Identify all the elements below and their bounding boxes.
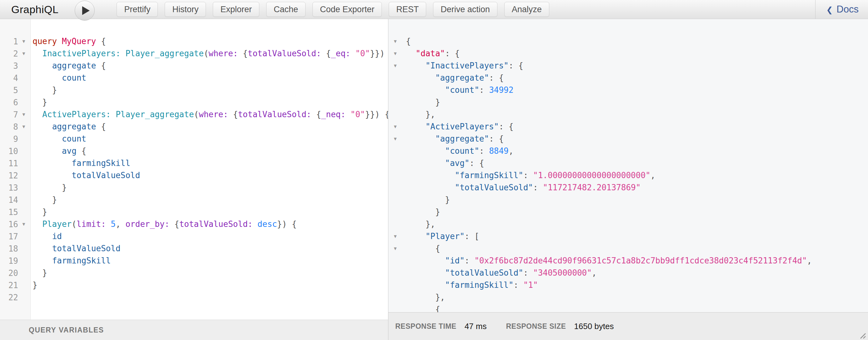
fold-toggle-icon[interactable]: ▾ [389, 121, 402, 133]
query-code-line[interactable]: totalValueSold [32, 243, 388, 255]
explorer-button[interactable]: Explorer [213, 2, 259, 17]
fold-toggle-icon[interactable]: ▾ [389, 243, 402, 255]
line-number: 12 [0, 171, 18, 180]
fold-toggle-icon[interactable]: ▾ [389, 60, 402, 72]
docs-link[interactable]: ❮ Docs [815, 0, 868, 19]
query-code-line[interactable]: count [32, 72, 388, 84]
query-code-line[interactable]: } [32, 206, 388, 218]
line-number: 20 [0, 269, 18, 278]
gutter-row [389, 206, 406, 218]
docs-label: Docs [836, 4, 859, 15]
graphiql-app: GraphiQL Prettify History Explorer Cache… [0, 0, 868, 340]
gutter-row [389, 218, 406, 230]
analyze-button[interactable]: Analyze [504, 2, 549, 17]
query-code-line[interactable]: } [32, 279, 388, 291]
query-code-line[interactable]: totalValueSold [32, 169, 388, 182]
query-code-line[interactable]: query MyQuery { [32, 35, 388, 48]
response-code-line: "id": "0x2f6bc87d2de44cd90f96631c57c1a8b… [406, 255, 868, 267]
code-exporter-button[interactable]: Code Exporter [312, 2, 382, 17]
fold-toggle-icon[interactable]: ▾ [18, 48, 29, 60]
gutter-row: 12 [0, 169, 30, 182]
gutter-row: 11 [0, 157, 30, 169]
resize-handle-icon[interactable] [857, 330, 866, 339]
fold-toggle-icon[interactable]: ▾ [389, 48, 402, 60]
gutter-row [389, 182, 406, 194]
response-code-line: } [406, 96, 868, 109]
play-icon [82, 6, 90, 15]
fold-toggle-icon[interactable]: ▾ [389, 35, 402, 48]
query-code-line[interactable]: } [32, 84, 388, 96]
query-code-line[interactable]: aggregate { [32, 121, 388, 133]
cache-button[interactable]: Cache [266, 2, 306, 17]
gutter-row [389, 169, 406, 182]
gutter-row: 17 [0, 230, 30, 243]
response-pane: ▾▾▾▾▾▾▾ { "data": { "InactivePlayers": {… [389, 19, 868, 340]
gutter-row: 14 [0, 194, 30, 206]
query-code-line[interactable]: Player(limit: 5, order_by: {totalValueSo… [32, 218, 388, 230]
line-number: 18 [0, 244, 18, 253]
query-code-line[interactable]: } [32, 194, 388, 206]
fold-toggle-icon[interactable]: ▾ [389, 133, 402, 145]
fold-toggle-icon[interactable]: ▾ [389, 230, 402, 243]
execute-query-button[interactable] [75, 1, 95, 21]
response-viewer: ▾▾▾▾▾▾▾ { "data": { "InactivePlayers": {… [389, 19, 868, 312]
response-time-value: 47 ms [465, 321, 487, 331]
line-number-gutter: 1▾2▾34567▾8▾910111213141516▾171819202122 [0, 19, 31, 320]
query-code-line[interactable]: } [32, 96, 388, 109]
response-stats-footer: RESPONSE TIME 47 ms RESPONSE SIZE 1650 b… [389, 312, 868, 340]
history-button[interactable]: History [165, 2, 206, 17]
gutter-row [389, 279, 406, 291]
query-code-line[interactable]: } [32, 182, 388, 194]
query-code-line[interactable]: ActivePlayers: Player_aggregate(where: {… [32, 109, 388, 121]
query-editor[interactable]: 1▾2▾34567▾8▾910111213141516▾171819202122… [0, 19, 388, 320]
gutter-row: 16▾ [0, 218, 30, 230]
response-code-line: "count": 34992 [406, 84, 868, 96]
gutter-row: 2▾ [0, 48, 30, 60]
response-code-line: "totalValueSold": "3405000000", [406, 267, 868, 279]
gutter-row: 22 [0, 291, 30, 303]
query-editor-pane: 1▾2▾34567▾8▾910111213141516▾171819202122… [0, 19, 389, 340]
response-code-line: }, [406, 291, 868, 303]
fold-toggle-icon[interactable]: ▾ [18, 35, 29, 48]
line-number: 21 [0, 281, 18, 290]
gutter-row: ▾ [389, 121, 406, 133]
query-code-line[interactable] [32, 291, 388, 303]
query-code-line[interactable]: farmingSkill [32, 157, 388, 169]
gutter-row [389, 96, 406, 109]
line-number: 10 [0, 147, 18, 156]
query-code-line[interactable]: avg { [32, 145, 388, 157]
line-number: 22 [0, 293, 18, 302]
response-code-line: { [406, 303, 868, 312]
query-code-line[interactable]: farmingSkill [32, 255, 388, 267]
response-code: { "data": { "InactivePlayers": { "aggreg… [406, 19, 868, 312]
gutter-row: 10 [0, 145, 30, 157]
query-code[interactable]: query MyQuery { InactivePlayers: Player_… [31, 19, 388, 320]
prettify-button[interactable]: Prettify [117, 2, 158, 17]
toolbar: GraphiQL Prettify History Explorer Cache… [0, 0, 868, 19]
derive-action-button[interactable]: Derive action [433, 2, 497, 17]
fold-toggle-icon[interactable]: ▾ [18, 218, 29, 230]
fold-toggle-icon[interactable]: ▾ [18, 109, 29, 121]
response-code-line: "data": { [406, 48, 868, 60]
query-code-line[interactable]: id [32, 230, 388, 243]
query-variables-bar[interactable]: QUERY VARIABLES [0, 320, 388, 340]
query-code-line[interactable]: aggregate { [32, 60, 388, 72]
response-code-line: "Player": [ [406, 230, 868, 243]
gutter-row: 21 [0, 279, 30, 291]
line-number: 9 [0, 134, 18, 144]
gutter-row [389, 291, 406, 303]
response-code-line: { [406, 243, 868, 255]
gutter-row: 8▾ [0, 121, 30, 133]
gutter-row: 5 [0, 84, 30, 96]
response-code-line: { [406, 35, 868, 48]
query-code-line[interactable]: InactivePlayers: Player_aggregate(where:… [32, 48, 388, 60]
rest-button[interactable]: REST [389, 2, 426, 17]
query-code-line[interactable]: } [32, 267, 388, 279]
fold-toggle-icon[interactable]: ▾ [18, 121, 29, 133]
response-code-line: } [406, 194, 868, 206]
gutter-row: 19 [0, 255, 30, 267]
query-code-line[interactable]: count [32, 133, 388, 145]
line-number: 2 [0, 49, 18, 58]
gutter-row: ▾ [389, 35, 406, 48]
gutter-row: 7▾ [0, 109, 30, 121]
